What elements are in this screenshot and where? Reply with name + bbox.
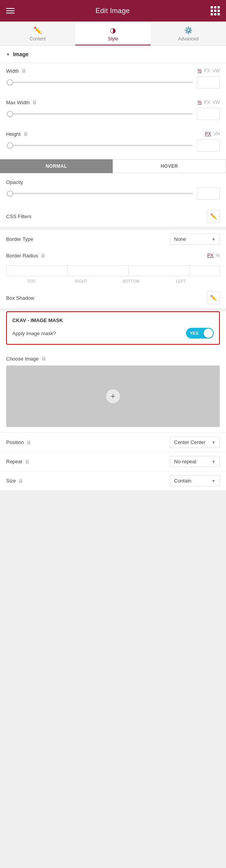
tab-advanced-label: Advanced (178, 36, 198, 42)
size-label: Size 🖥 (6, 478, 23, 484)
max-width-label-row: Max Width 🖥 % PX VW (6, 99, 220, 105)
border-radius-unit-percent[interactable]: % (216, 253, 220, 258)
ckav-apply-toggle[interactable]: YES (186, 328, 214, 339)
border-type-label: Border Type (6, 236, 33, 242)
opacity-slider-thumb[interactable] (7, 190, 13, 197)
width-control: Width 🖥 % PX VW (0, 63, 226, 95)
height-slider-thumb[interactable] (7, 142, 13, 149)
image-section-header[interactable]: ▼ Image (0, 46, 226, 63)
opacity-label: Opacity (6, 179, 23, 185)
height-unit-vh[interactable]: VH (213, 131, 220, 137)
max-width-slider-track[interactable] (6, 113, 193, 115)
width-unit-percent[interactable]: % (198, 68, 202, 73)
toggle-knob (204, 329, 213, 338)
height-units: PX VH (205, 131, 220, 137)
normal-tab[interactable]: NORMAL (0, 159, 113, 173)
width-input[interactable] (197, 76, 220, 88)
hover-tab[interactable]: HOVER (113, 159, 226, 173)
advanced-icon: ⚙️ (184, 26, 193, 35)
width-unit-vw[interactable]: VW (213, 68, 220, 73)
repeat-dropdown[interactable]: No-repeat ▼ (170, 456, 220, 467)
border-radius-labels: TOP RIGHT BOTTOM LEFT (6, 279, 220, 284)
size-row: Size 🖥 Contain ▼ (0, 471, 226, 490)
border-radius-left[interactable] (190, 266, 220, 276)
border-radius-label: Border Radius 🖥 (6, 252, 46, 259)
section-divider-2 (0, 308, 226, 311)
tab-bar: ✏️ Content ◑ Style ⚙️ Advanced (0, 22, 226, 46)
image-section-label: Image (13, 51, 28, 57)
opacity-slider-track[interactable] (6, 193, 193, 194)
position-label: Position 🖥 (6, 439, 32, 446)
border-radius-bottom-label: BOTTOM (106, 279, 156, 284)
border-radius-top[interactable] (7, 266, 68, 276)
height-input[interactable] (197, 139, 220, 152)
height-label-row: Height 🖥 PX VH (6, 131, 220, 137)
ckav-apply-row: Apply image mask? YES (12, 328, 214, 339)
main-content: ▼ Image Width 🖥 % PX VW (0, 46, 226, 490)
section-divider-1 (0, 227, 226, 230)
max-width-input[interactable] (197, 108, 220, 120)
border-type-dropdown[interactable]: None ▼ (170, 234, 220, 245)
width-unit-px[interactable]: PX (204, 68, 210, 73)
add-image-button[interactable]: + (106, 389, 120, 403)
section-arrow: ▼ (6, 52, 10, 57)
size-dropdown[interactable]: Contain ▼ (170, 475, 220, 486)
box-shadow-row: Box Shadow ✏️ (0, 287, 226, 308)
position-value: Center Center (174, 439, 206, 445)
position-dropdown[interactable]: Center Center ▼ (170, 437, 220, 448)
tab-advanced[interactable]: ⚙️ Advanced (151, 22, 226, 45)
tab-content[interactable]: ✏️ Content (0, 22, 75, 45)
box-shadow-label: Box Shadow (6, 295, 34, 301)
height-unit-px[interactable]: PX (205, 131, 211, 137)
width-slider-thumb[interactable] (7, 79, 13, 85)
border-type-arrow: ▼ (211, 237, 216, 242)
tab-content-label: Content (30, 36, 46, 42)
max-width-unit-px[interactable]: PX (204, 100, 210, 105)
choose-image-responsive-icon: 🖥 (41, 356, 47, 362)
grid-menu-icon[interactable] (211, 6, 220, 15)
size-value: Contain (174, 478, 191, 484)
opacity-slider-row (6, 187, 220, 200)
css-filters-row: CSS Filters ✏️ (0, 206, 226, 227)
width-slider-track[interactable] (6, 82, 193, 83)
max-width-slider-thumb[interactable] (7, 111, 13, 117)
css-filters-label: CSS Filters (6, 214, 32, 219)
hamburger-menu[interactable] (6, 8, 15, 13)
border-type-row: Border Type None ▼ (0, 230, 226, 249)
border-radius-units: PX % (207, 253, 220, 258)
image-placeholder[interactable]: + (6, 366, 220, 427)
repeat-row: Repeat 🖥 No-repeat ▼ (0, 452, 226, 471)
css-filters-edit-button[interactable]: ✏️ (207, 210, 220, 223)
max-width-unit-vw[interactable]: VW (213, 100, 220, 105)
ckav-title: CKAV - IMAGE MASK (12, 317, 214, 323)
border-radius-inputs: 🔗 (6, 265, 220, 276)
height-slider-track[interactable] (6, 145, 193, 146)
tab-style-label: Style (108, 36, 118, 42)
size-arrow: ▼ (211, 479, 216, 483)
tab-style[interactable]: ◑ Style (75, 22, 151, 45)
position-responsive-icon: 🖥 (26, 439, 32, 446)
border-radius-right[interactable] (68, 266, 129, 276)
box-shadow-edit-button[interactable]: ✏️ (207, 291, 220, 304)
border-radius-bottom[interactable] (129, 266, 190, 276)
repeat-value: No-repeat (174, 459, 196, 464)
ckav-apply-label: Apply image mask? (12, 331, 56, 336)
max-width-unit-percent[interactable]: % (198, 100, 202, 105)
border-type-value: None (174, 236, 186, 242)
border-radius-row: Border Radius 🖥 PX % (0, 249, 226, 262)
ckav-section: CKAV - IMAGE MASK Apply image mask? YES (6, 311, 220, 345)
border-radius-unit-px[interactable]: PX (207, 253, 213, 258)
width-responsive-icon: 🖥 (21, 68, 27, 74)
opacity-input[interactable] (197, 187, 220, 200)
border-radius-responsive-icon: 🖥 (40, 252, 46, 259)
height-control: Height 🖥 PX VH (0, 126, 226, 158)
position-row: Position 🖥 Center Center ▼ (0, 432, 226, 452)
max-width-slider-row (6, 108, 220, 120)
max-width-control: Max Width 🖥 % PX VW (0, 95, 226, 126)
height-slider-row (6, 139, 220, 152)
choose-image-label: Choose Image (6, 356, 39, 362)
normal-hover-toggle: NORMAL HOVER (0, 159, 226, 173)
opacity-control: Opacity (0, 175, 226, 206)
content-icon: ✏️ (33, 26, 42, 35)
width-units: % PX VW (198, 68, 220, 73)
